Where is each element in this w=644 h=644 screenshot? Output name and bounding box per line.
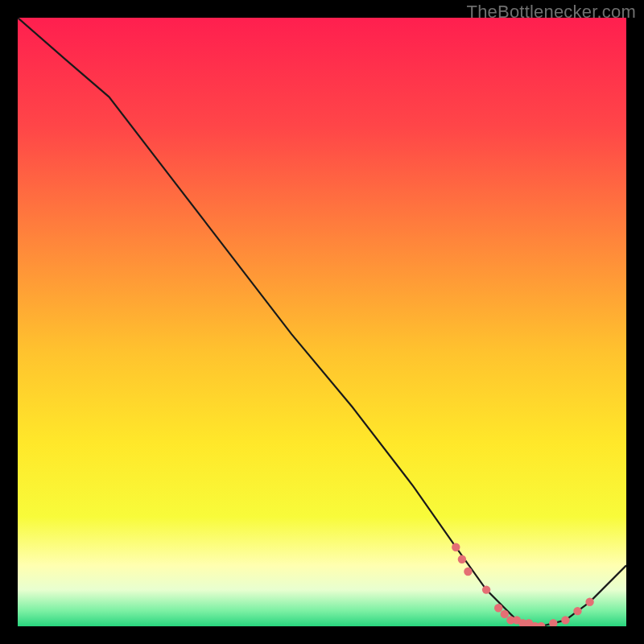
marker-dot: [452, 543, 460, 551]
marker-dot: [573, 607, 581, 615]
marker-dot: [494, 604, 502, 612]
marker-dot: [482, 585, 490, 593]
chart-stage: TheBottlenecker.com: [0, 0, 644, 644]
marker-dot: [585, 598, 593, 606]
gradient-background: [18, 18, 626, 626]
marker-dot: [501, 610, 509, 618]
marker-dot: [464, 568, 472, 576]
plot-area: [18, 18, 626, 626]
marker-dot: [561, 616, 569, 624]
marker-dot: [458, 555, 466, 564]
plot-svg: [18, 18, 626, 626]
watermark-text: TheBottlenecker.com: [467, 2, 636, 23]
